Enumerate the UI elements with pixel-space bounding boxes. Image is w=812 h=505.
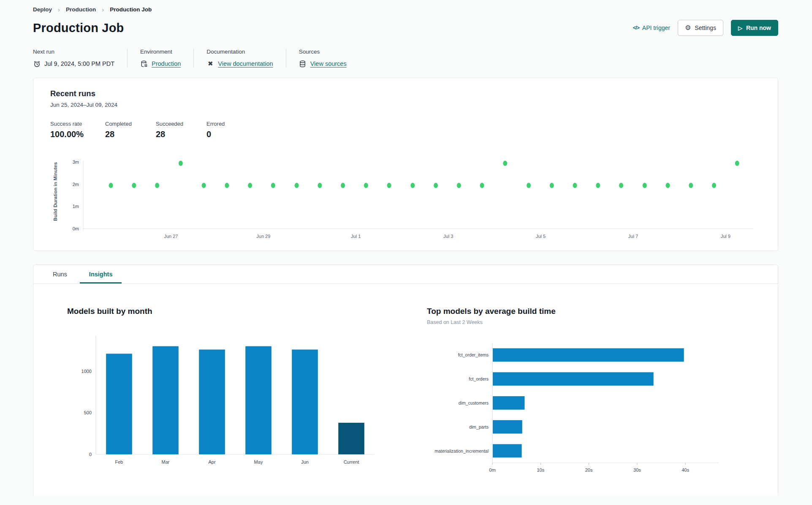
chevron-right-icon: ›	[58, 6, 60, 13]
svg-text:materialization_incremental: materialization_incremental	[435, 448, 489, 454]
meta-documentation: Documentation ✖ View documentation	[193, 49, 285, 68]
svg-text:30s: 30s	[633, 467, 641, 473]
svg-text:500: 500	[84, 410, 92, 415]
view-sources-link[interactable]: View sources	[310, 60, 347, 67]
models-by-month-section: Models built by month 05001000FebMarAprM…	[67, 307, 380, 483]
page-header: Production Job </> API trigger ⚙ Setting…	[33, 20, 778, 36]
stat-value: 28	[105, 130, 152, 139]
run-now-button-label: Run now	[746, 24, 771, 31]
recent-runs-title: Recent runs	[50, 89, 761, 98]
code-icon: </>	[633, 25, 639, 31]
stat-label: Succeeded	[156, 121, 202, 127]
tab-runs[interactable]: Runs	[43, 265, 76, 284]
breadcrumb: Deploy › Production › Production Job	[33, 4, 778, 14]
run-now-button[interactable]: ▷ Run now	[731, 20, 778, 36]
breadcrumb-item-production-job: Production Job	[110, 6, 152, 13]
stat-value: 0	[206, 130, 253, 139]
svg-text:1m: 1m	[73, 204, 79, 209]
svg-text:0m: 0m	[489, 467, 495, 473]
breadcrumb-item-deploy[interactable]: Deploy	[33, 6, 52, 13]
insights-panel: Models built by month 05001000FebMarAprM…	[33, 284, 778, 496]
build-duration-scatter-chart: Build Duration in Minutes0m1m2m3mJun 27J…	[50, 149, 761, 245]
meta-sources: Sources View sources	[286, 49, 359, 68]
svg-text:Mar: Mar	[162, 459, 170, 464]
meta-next-run: Next run Jul 9, 2024, 5:00 PM PDT	[33, 49, 127, 68]
settings-button[interactable]: ⚙ Settings	[678, 20, 723, 36]
recent-runs-date-range: Jun 25, 2024–Jul 09, 2024	[50, 102, 761, 108]
svg-text:dim_customers: dim_customers	[459, 400, 489, 405]
svg-text:Jun 27: Jun 27	[164, 234, 178, 239]
svg-text:Build Duration in Minutes: Build Duration in Minutes	[53, 162, 58, 221]
stat-value: 100.00%	[50, 130, 101, 139]
api-trigger-link[interactable]: </> API trigger	[633, 24, 670, 31]
tab-bar: Runs Insights	[33, 265, 778, 284]
top-models-section: Top models by average build time Based o…	[427, 307, 722, 483]
svg-text:Feb: Feb	[115, 459, 123, 464]
recent-runs-card: Recent runs Jun 25, 2024–Jul 09, 2024 Su…	[33, 78, 778, 251]
stat-label: Success rate	[50, 121, 101, 127]
svg-text:Jul 1: Jul 1	[351, 234, 361, 239]
stat-label: Completed	[105, 121, 152, 127]
models-by-month-chart: 05001000FebMarAprMayJunCurrent	[67, 328, 380, 472]
svg-text:1000: 1000	[81, 369, 92, 374]
environment-database-icon	[140, 60, 148, 68]
svg-text:May: May	[254, 459, 263, 464]
meta-environment: Environment Production	[127, 49, 193, 68]
stat-value: 28	[156, 130, 202, 139]
svg-text:40s: 40s	[682, 467, 689, 473]
stat-label: Errored	[206, 121, 253, 127]
svg-text:Apr: Apr	[208, 459, 215, 464]
header-actions: </> API trigger ⚙ Settings ▷ Run now	[633, 20, 778, 36]
view-documentation-link[interactable]: View documentation	[218, 60, 273, 67]
alarm-clock-icon	[33, 60, 41, 68]
svg-text:0: 0	[89, 452, 92, 457]
stat-success-rate: Success rate 100.00%	[50, 121, 101, 139]
svg-text:dim_parts: dim_parts	[469, 424, 489, 429]
job-meta-row: Next run Jul 9, 2024, 5:00 PM PDT Enviro…	[33, 49, 778, 68]
top-models-subtitle: Based on Last 2 Weeks	[427, 319, 722, 325]
settings-button-label: Settings	[695, 24, 716, 31]
play-icon: ▷	[738, 25, 742, 31]
breadcrumb-item-production[interactable]: Production	[66, 6, 96, 13]
svg-text:Jul 7: Jul 7	[628, 234, 638, 239]
svg-text:10s: 10s	[537, 467, 544, 473]
svg-text:Jun: Jun	[301, 459, 309, 464]
job-detail-card: Runs Insights Models built by month 0500…	[33, 265, 778, 496]
models-by-month-title: Models built by month	[67, 307, 380, 316]
stat-completed: Completed 28	[105, 121, 152, 139]
chevron-right-icon: ›	[102, 6, 104, 13]
top-models-chart: 0m10s20s30s40sfct_order_itemsfct_ordersd…	[427, 340, 722, 483]
svg-text:Jul 5: Jul 5	[536, 234, 546, 239]
api-trigger-label: API trigger	[642, 24, 670, 31]
svg-text:3m: 3m	[73, 159, 79, 165]
gear-icon: ⚙	[685, 24, 691, 31]
environment-link[interactable]: Production	[152, 60, 181, 67]
tab-insights[interactable]: Insights	[80, 265, 122, 284]
next-run-label: Next run	[33, 49, 114, 55]
svg-text:fct_order_items: fct_order_items	[458, 352, 489, 357]
svg-text:Jun 29: Jun 29	[256, 234, 270, 239]
svg-text:2m: 2m	[73, 182, 79, 187]
svg-text:20s: 20s	[585, 467, 593, 473]
production-job-page: Deploy › Production › Production Job Pro…	[0, 0, 812, 496]
svg-text:fct_orders: fct_orders	[469, 376, 489, 381]
svg-text:Current: Current	[344, 459, 359, 464]
environment-label: Environment	[140, 49, 181, 55]
top-models-title: Top models by average build time	[427, 307, 722, 316]
svg-text:Jul 9: Jul 9	[721, 234, 731, 239]
page-title: Production Job	[33, 21, 124, 35]
svg-text:Jul 3: Jul 3	[443, 234, 453, 239]
stat-succeeded: Succeeded 28	[156, 121, 202, 139]
stat-errored: Errored 0	[206, 121, 253, 139]
recent-runs-stats: Success rate 100.00% Completed 28 Succee…	[50, 121, 761, 139]
documentation-label: Documentation	[206, 49, 273, 55]
database-stack-icon	[299, 60, 307, 68]
next-run-value: Jul 9, 2024, 5:00 PM PDT	[44, 60, 114, 67]
svg-text:0m: 0m	[73, 226, 79, 231]
dbt-logo-icon: ✖	[206, 60, 214, 68]
sources-label: Sources	[299, 49, 347, 55]
